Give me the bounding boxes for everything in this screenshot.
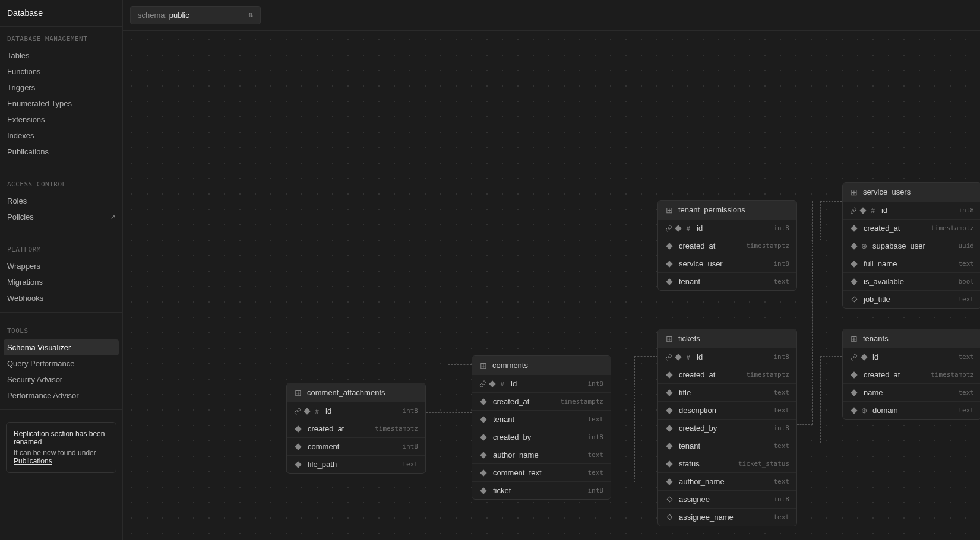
table-column[interactable]: tenanttext [658, 272, 796, 290]
column-name: file_path [308, 460, 398, 469]
table-column[interactable]: domaintext [843, 401, 980, 419]
table-column[interactable]: created_byint8 [472, 428, 611, 446]
table-column[interactable]: service_userint8 [658, 255, 796, 272]
table-column[interactable]: assigneeint8 [658, 490, 796, 508]
edge [448, 364, 472, 365]
table-name: tenants [863, 334, 889, 343]
table-header[interactable]: tenant_permissions [658, 201, 796, 219]
column-name: created_at [864, 224, 926, 233]
table-column[interactable]: created_byint8 [658, 419, 796, 437]
column-type: text [959, 389, 975, 396]
table-service_users[interactable]: service_usersidint8created_attimestamptz… [842, 182, 980, 309]
table-header[interactable]: service_users [843, 183, 980, 201]
nav-item-roles[interactable]: Roles [0, 193, 122, 209]
table-header[interactable]: tenants [843, 329, 980, 348]
nav-item-functions[interactable]: Functions [0, 63, 122, 80]
column-type: int8 [588, 433, 604, 441]
link-icon [665, 353, 672, 361]
nav-item-enumerated-types[interactable]: Enumerated Types [0, 96, 122, 112]
column-name: created_by [493, 433, 583, 441]
table-comment_attachments[interactable]: comment_attachmentsidint8created_attimes… [286, 383, 426, 474]
nav-item-triggers[interactable]: Triggers [0, 80, 122, 96]
schema-value: public [169, 11, 189, 20]
notice-box: Replication section has been renamed It … [6, 422, 116, 473]
column-name: is_available [864, 277, 954, 286]
table-column[interactable]: idtext [843, 348, 980, 366]
nav-item-policies[interactable]: Policies↗ [0, 209, 122, 225]
nav-item-schema-visualizer[interactable]: Schema Visualizer [4, 339, 119, 355]
column-name: tenant [679, 277, 769, 286]
table-column[interactable]: statusticket_status [658, 455, 796, 472]
table-column[interactable]: created_attimestamptz [843, 219, 980, 237]
table-header[interactable]: comments [472, 356, 611, 374]
table-column[interactable]: idint8 [843, 201, 980, 219]
table-column[interactable]: created_attimestamptz [658, 366, 796, 383]
table-column[interactable]: idint8 [658, 348, 796, 366]
diamond-filled-icon [294, 443, 302, 451]
column-type: text [588, 451, 604, 459]
table-column[interactable]: titletext [658, 383, 796, 401]
diamond-filled-icon [850, 406, 858, 415]
hash-icon [685, 353, 692, 361]
column-type: int8 [403, 443, 419, 450]
table-tickets[interactable]: ticketsidint8created_attimestamptztitlet… [657, 329, 797, 526]
table-header[interactable]: tickets [658, 329, 796, 348]
column-type: text [403, 460, 419, 468]
diamond-filled-icon [850, 260, 858, 268]
table-column[interactable]: tenanttext [658, 437, 796, 455]
link-icon [665, 224, 672, 233]
section-heading: DATABASE MANAGEMENT [0, 27, 122, 47]
column-name: description [679, 406, 769, 415]
table-column[interactable]: ticketint8 [472, 481, 611, 499]
nav-item-extensions[interactable]: Extensions [0, 112, 122, 128]
sidebar-title: Database [0, 0, 122, 27]
nav-item-performance-advisor[interactable]: Performance Advisor [0, 387, 122, 404]
nav-item-publications[interactable]: Publications [0, 144, 122, 160]
nav-item-security-advisor[interactable]: Security Advisor [0, 371, 122, 387]
table-header[interactable]: comment_attachments [287, 383, 425, 402]
table-column[interactable]: commentint8 [287, 437, 425, 455]
table-column[interactable]: assignee_nametext [658, 508, 796, 526]
table-column[interactable]: is_availablebool [843, 272, 980, 290]
diamond-filled-icon [850, 278, 858, 286]
table-column[interactable]: job_titletext [843, 290, 980, 308]
nav-item-webhooks[interactable]: Webhooks [0, 290, 122, 306]
nav-item-wrappers[interactable]: Wrappers [0, 258, 122, 274]
table-tenants[interactable]: tenantsidtextcreated_attimestamptznamete… [842, 329, 980, 420]
nav-item-indexes[interactable]: Indexes [0, 128, 122, 144]
table-column[interactable]: created_attimestamptz [287, 420, 425, 437]
table-column[interactable]: tenanttext [472, 410, 611, 428]
table-icon [850, 188, 858, 196]
table-column[interactable]: created_attimestamptz [472, 392, 611, 410]
notice-link[interactable]: Publications [14, 457, 52, 465]
diamond-outline-icon [665, 495, 674, 504]
edge [797, 424, 813, 425]
table-column[interactable]: author_nametext [472, 446, 611, 463]
table-column[interactable]: descriptiontext [658, 401, 796, 419]
table-comments[interactable]: commentsidint8created_attimestamptztenan… [472, 355, 611, 500]
column-type: int8 [588, 380, 604, 387]
diamond-filled-icon [479, 433, 488, 441]
table-column[interactable]: created_attimestamptz [843, 366, 980, 383]
column-type: text [774, 389, 790, 396]
table-column[interactable]: file_pathtext [287, 455, 425, 473]
nav-item-migrations[interactable]: Migrations [0, 274, 122, 290]
table-column[interactable]: nametext [843, 383, 980, 401]
column-name: created_at [493, 397, 555, 406]
table-column[interactable]: comment_texttext [472, 463, 611, 481]
table-column[interactable]: author_nametext [658, 472, 796, 490]
table-tenant_permissions[interactable]: tenant_permissionsidint8created_attimest… [657, 200, 797, 291]
column-name: id [697, 224, 769, 233]
schema-canvas[interactable]: auth.users.id comment_attachmentsidint8c… [123, 31, 980, 540]
table-column[interactable]: created_attimestamptz [658, 237, 796, 255]
table-column[interactable]: supabase_useruuid [843, 237, 980, 255]
schema-select[interactable]: schema: public ⇅ [130, 6, 261, 24]
diamond-filled-icon [665, 371, 674, 379]
nav-item-tables[interactable]: Tables [0, 47, 122, 63]
nav-item-query-performance[interactable]: Query Performance [0, 355, 122, 371]
diamond-filled-icon [675, 224, 682, 233]
table-column[interactable]: idint8 [658, 219, 796, 237]
table-column[interactable]: full_nametext [843, 255, 980, 272]
table-column[interactable]: idint8 [472, 374, 611, 392]
table-column[interactable]: idint8 [287, 402, 425, 420]
